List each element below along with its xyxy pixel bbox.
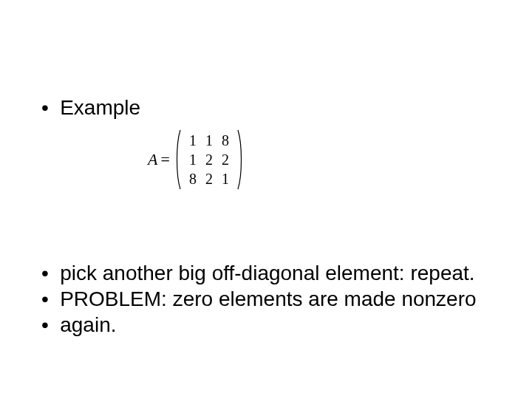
bullet-block-bottom: pick another big off-diagonal element: r… [41, 260, 502, 338]
right-paren-icon [236, 129, 244, 190]
matrix-equation: A=118122821 [148, 129, 244, 190]
matrix-cells: 118122821 [182, 129, 236, 190]
matrix-lhs: A [148, 150, 157, 169]
matrix-cell: 2 [201, 150, 217, 169]
matrix-cell: 1 [201, 131, 217, 150]
matrix-row: 821 [185, 169, 233, 188]
matrix-cell: 8 [217, 131, 233, 150]
matrix-cell: 8 [185, 169, 201, 188]
bullet-item: again. [41, 312, 502, 338]
matrix-cell: 1 [185, 131, 201, 150]
matrix-cell: 2 [201, 169, 217, 188]
bullet-item: Example [41, 95, 502, 120]
matrix-row: 122 [185, 150, 233, 169]
matrix-cell: 1 [185, 150, 201, 169]
equals-sign: = [160, 150, 169, 169]
bullet-block-top: Example [41, 95, 502, 120]
bullet-list-top: Example [41, 95, 502, 120]
bullet-text: Example [60, 96, 140, 119]
bullet-list-bottom: pick another big off-diagonal element: r… [41, 260, 502, 338]
matrix-cell: 1 [217, 169, 233, 188]
left-paren-icon [174, 129, 182, 190]
bullet-text: PROBLEM: zero elements are made nonzero [60, 287, 476, 310]
bullet-item: pick another big off-diagonal element: r… [41, 260, 502, 286]
bullet-text: again. [60, 313, 116, 336]
matrix-row: 118 [185, 131, 233, 150]
bullet-text: pick another big off-diagonal element: r… [60, 262, 474, 284]
bullet-item: PROBLEM: zero elements are made nonzero [41, 286, 502, 312]
matrix-cell: 2 [217, 150, 233, 169]
slide: Example A=118122821 pick another big off… [0, 0, 532, 399]
